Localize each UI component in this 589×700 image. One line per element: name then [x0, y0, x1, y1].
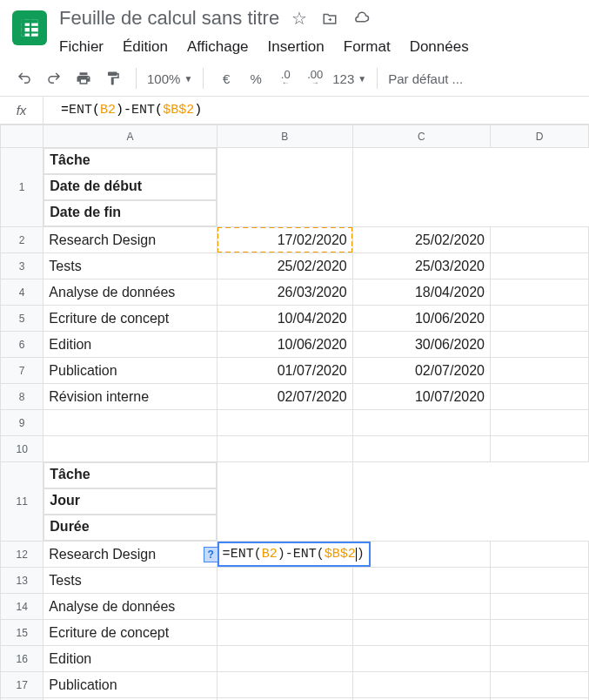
cell[interactable] — [217, 620, 352, 646]
cell[interactable]: 02/07/2020 — [217, 384, 352, 410]
cell[interactable]: Tâche — [44, 148, 216, 174]
cell[interactable]: 10/07/2020 — [352, 384, 490, 410]
row-header[interactable]: 2 — [1, 227, 44, 253]
cell[interactable]: Jour — [44, 488, 216, 515]
cell[interactable]: 26/03/2020 — [217, 279, 352, 306]
move-icon[interactable] — [321, 8, 338, 29]
cell[interactable] — [217, 594, 352, 620]
cloud-status-icon[interactable] — [352, 8, 371, 29]
menu-view[interactable]: Affichage — [187, 38, 249, 56]
increase-decimal-button[interactable]: .00→ — [303, 66, 327, 91]
cell[interactable]: ?=ENT(B2)-ENT($B$2) — [217, 542, 352, 568]
menu-data[interactable]: Données — [410, 38, 469, 56]
cell[interactable]: Date de fin — [44, 200, 216, 226]
sheets-logo[interactable] — [12, 10, 47, 45]
cell[interactable] — [490, 332, 588, 358]
cell[interactable]: Ecriture de concept — [44, 306, 217, 332]
cell[interactable]: 17/02/2020 — [217, 227, 352, 253]
cell[interactable]: 01/07/2020 — [217, 358, 352, 384]
cell[interactable] — [490, 384, 588, 410]
menu-format[interactable]: Format — [344, 38, 391, 56]
cell[interactable]: 25/02/2020 — [352, 227, 490, 253]
cell[interactable] — [352, 410, 490, 436]
row-header[interactable]: 5 — [1, 306, 44, 332]
cell[interactable]: 25/02/2020 — [217, 253, 352, 279]
cell[interactable] — [217, 410, 352, 436]
row-header[interactable]: 17 — [1, 672, 44, 698]
fx-label[interactable]: fx — [0, 97, 44, 124]
cell[interactable]: Révision interne — [44, 384, 217, 410]
cell[interactable]: 25/03/2020 — [352, 253, 490, 279]
row-header[interactable]: 14 — [1, 594, 44, 620]
select-all-corner[interactable] — [1, 125, 44, 148]
cell[interactable]: Analyse de données — [44, 594, 217, 620]
cell[interactable]: Date de début — [44, 174, 216, 200]
cell[interactable] — [217, 672, 352, 698]
undo-button[interactable] — [12, 66, 37, 91]
cell[interactable]: 10/06/2020 — [217, 332, 352, 358]
cell[interactable]: Analyse de données — [44, 279, 217, 306]
row-header[interactable]: 11 — [1, 462, 44, 542]
row-header[interactable]: 10 — [1, 436, 44, 462]
cell[interactable] — [490, 594, 588, 620]
cell[interactable] — [352, 436, 490, 462]
cell[interactable]: Research Design — [44, 542, 217, 568]
cell[interactable]: Edition — [44, 332, 217, 358]
cell[interactable]: Ecriture de concept — [44, 620, 217, 646]
row-header[interactable]: 6 — [1, 332, 44, 358]
font-select[interactable]: Par défaut ... — [388, 71, 463, 86]
row-header[interactable]: 4 — [1, 279, 44, 306]
cell[interactable] — [217, 436, 352, 462]
percent-button[interactable]: % — [244, 66, 268, 91]
row-header[interactable]: 9 — [1, 410, 44, 436]
cell[interactable]: Tâche — [44, 462, 216, 488]
cell[interactable]: Tests — [44, 568, 217, 594]
number-format-select[interactable]: 123 ▼ — [332, 71, 366, 86]
cell[interactable] — [352, 568, 490, 594]
formula-help-badge[interactable]: ? — [204, 547, 218, 562]
cell[interactable]: 18/04/2020 — [352, 279, 490, 306]
document-title[interactable]: Feuille de calcul sans titre — [59, 7, 279, 30]
row-header[interactable]: 16 — [1, 646, 44, 672]
cell[interactable] — [490, 410, 588, 436]
row-header[interactable]: 8 — [1, 384, 44, 410]
cell[interactable] — [217, 462, 352, 542]
print-button[interactable] — [71, 66, 96, 91]
row-header[interactable]: 7 — [1, 358, 44, 384]
cell[interactable]: Durée — [44, 515, 216, 541]
cell[interactable]: Tests — [44, 253, 217, 279]
row-header[interactable]: 3 — [1, 253, 44, 279]
cell[interactable] — [490, 620, 588, 646]
cell[interactable] — [490, 646, 588, 672]
cell[interactable] — [352, 620, 490, 646]
cell[interactable] — [490, 279, 588, 306]
zoom-select[interactable]: 100% ▼ — [147, 71, 192, 86]
cell[interactable] — [490, 358, 588, 384]
redo-button[interactable] — [42, 66, 66, 91]
row-header[interactable]: 12 — [1, 542, 44, 568]
cell[interactable] — [44, 436, 217, 462]
cell[interactable] — [217, 568, 352, 594]
decrease-decimal-button[interactable]: .0← — [273, 66, 298, 91]
menu-insert[interactable]: Insertion — [268, 38, 325, 56]
cell[interactable] — [490, 542, 588, 568]
column-header-b[interactable]: B — [217, 125, 352, 148]
cell[interactable] — [490, 436, 588, 462]
row-header[interactable]: 15 — [1, 620, 44, 646]
cell[interactable] — [352, 646, 490, 672]
spreadsheet-grid[interactable]: A B C D 1TâcheDate de débutDate de fin2R… — [0, 125, 589, 700]
cell[interactable]: Publication — [44, 672, 217, 698]
column-header-d[interactable]: D — [490, 125, 588, 148]
cell[interactable]: 30/06/2020 — [352, 332, 490, 358]
star-icon[interactable]: ☆ — [291, 8, 307, 29]
cell[interactable]: 10/04/2020 — [217, 306, 352, 332]
cell[interactable] — [490, 672, 588, 698]
menu-edit[interactable]: Édition — [123, 38, 168, 56]
cell[interactable] — [490, 253, 588, 279]
cell[interactable] — [217, 646, 352, 672]
cell[interactable]: Edition — [44, 646, 217, 672]
row-header[interactable]: 13 — [1, 568, 44, 594]
currency-button[interactable]: € — [214, 66, 238, 91]
menu-file[interactable]: Fichier — [59, 38, 104, 56]
cell[interactable] — [352, 542, 490, 568]
